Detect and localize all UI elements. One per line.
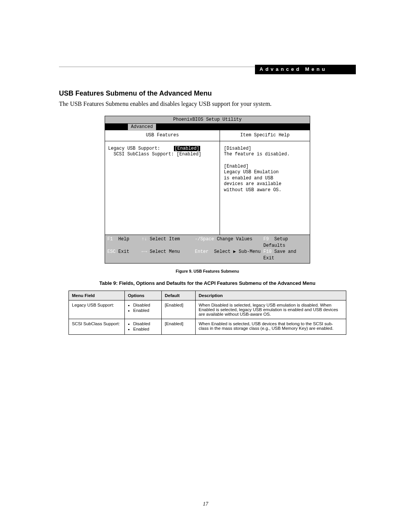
fields-table: Menu Field Options Default Description L… bbox=[68, 291, 346, 335]
bios-screenshot: PhoenixBIOS Setup Utility Advanced USB F… bbox=[105, 116, 310, 264]
bios-footer-row: ESC Exit ←→ Select Menu Enter Select ▶ S… bbox=[107, 249, 307, 262]
cell-default: [Enabled] bbox=[162, 319, 196, 334]
section-title: USB Features Submenu of the Advanced Men… bbox=[59, 89, 356, 97]
cell-default: [Enabled] bbox=[162, 300, 196, 319]
bios-left-panel: USB Features Legacy USB Support: [Enable… bbox=[105, 130, 220, 235]
bios-right-title: Item Specific Help bbox=[220, 130, 310, 141]
cell-description: When Enabled is selected, USB devices th… bbox=[196, 319, 346, 334]
page-number: 17 bbox=[0, 501, 411, 507]
bios-left-title: USB Features bbox=[105, 130, 220, 141]
bios-option-label: Legacy USB Support: bbox=[108, 146, 160, 151]
bios-tab-row: Advanced bbox=[105, 124, 310, 130]
table-header-row: Menu Field Options Default Description bbox=[69, 291, 346, 300]
cell-menu-field: Legacy USB Support: bbox=[69, 300, 125, 319]
key-action: Change Values bbox=[217, 236, 253, 242]
bios-footer: F1 Help ↑↓ Select Item -/Space Change Va… bbox=[105, 235, 310, 263]
bios-option-row: SCSI SubClass Support: [Enabled] bbox=[108, 152, 217, 158]
figure-caption: Figure 9. USB Features Submenu bbox=[59, 269, 356, 273]
bios-body: USB Features Legacy USB Support: [Enable… bbox=[105, 130, 310, 235]
key-action: Help bbox=[118, 236, 129, 242]
bios-option-value-selected: [Enabled] bbox=[174, 146, 200, 151]
th-default: Default bbox=[162, 291, 196, 300]
table-row: SCSI SubClass Support: Disabled Enabled … bbox=[69, 319, 346, 334]
key-label: ←→ bbox=[142, 249, 147, 254]
key-label: ↑↓ bbox=[142, 236, 147, 242]
page: Advanced Menu USB Features Submenu of th… bbox=[0, 0, 411, 532]
key-label: F1 bbox=[107, 236, 113, 242]
bios-left-content: Legacy USB Support: [Enabled] SCSI SubCl… bbox=[105, 141, 220, 235]
table-caption: Table 9: Fields, Options and Defaults fo… bbox=[59, 280, 356, 287]
cell-options: Disabled Enabled bbox=[125, 300, 162, 319]
bios-right-content: [Disabled] The feature is disabled. [Ena… bbox=[220, 141, 310, 235]
help-line: devices are available bbox=[224, 181, 306, 187]
option-item: Enabled bbox=[133, 327, 158, 331]
help-line: [Enabled] bbox=[224, 164, 306, 170]
th-description: Description bbox=[196, 291, 346, 300]
help-line: without USB aware OS. bbox=[224, 187, 306, 193]
th-options: Options bbox=[125, 291, 162, 300]
cell-options: Disabled Enabled bbox=[125, 319, 162, 334]
bios-option-label: SCSI SubClass Support: bbox=[113, 152, 174, 157]
bios-title-bar: PhoenixBIOS Setup Utility bbox=[105, 116, 310, 124]
help-line: is enabled and USB bbox=[224, 176, 306, 182]
bios-active-tab: Advanced bbox=[128, 124, 156, 131]
option-item: Enabled bbox=[133, 308, 158, 313]
key-label: ESC bbox=[107, 249, 116, 254]
key-action: Select Item bbox=[150, 236, 180, 242]
th-menu-field: Menu Field bbox=[69, 291, 125, 300]
bios-right-panel: Item Specific Help [Disabled] The featur… bbox=[220, 130, 310, 235]
section-intro: The USB Features Submenu enables and dis… bbox=[59, 100, 356, 108]
key-label: F10 bbox=[263, 249, 272, 254]
key-label: -/Space bbox=[195, 236, 214, 242]
bios-footer-row: F1 Help ↑↓ Select Item -/Space Change Va… bbox=[107, 236, 307, 249]
help-line bbox=[224, 158, 306, 164]
cell-description: When Disabled is selected, legacy USB em… bbox=[196, 300, 346, 319]
option-item: Disabled bbox=[133, 303, 158, 307]
option-item: Disabled bbox=[133, 321, 158, 326]
help-line: [Disabled] bbox=[224, 146, 306, 152]
bios-option-row: Legacy USB Support: [Enabled] bbox=[108, 146, 217, 152]
key-action: Select ▶ Sub-Menu bbox=[214, 249, 260, 254]
bios-option-value: [Enabled] bbox=[177, 152, 201, 157]
help-line: The feature is disabled. bbox=[224, 152, 306, 158]
key-label: F9 bbox=[263, 236, 269, 242]
key-label: Enter bbox=[195, 249, 209, 254]
help-line: Legacy USB Emulation bbox=[224, 169, 306, 176]
key-action: Exit bbox=[118, 249, 129, 254]
table-row: Legacy USB Support: Disabled Enabled [En… bbox=[69, 300, 346, 319]
cell-menu-field: SCSI SubClass Support: bbox=[69, 319, 125, 334]
key-action: Select Menu bbox=[150, 249, 180, 254]
header-tab: Advanced Menu bbox=[255, 65, 356, 74]
